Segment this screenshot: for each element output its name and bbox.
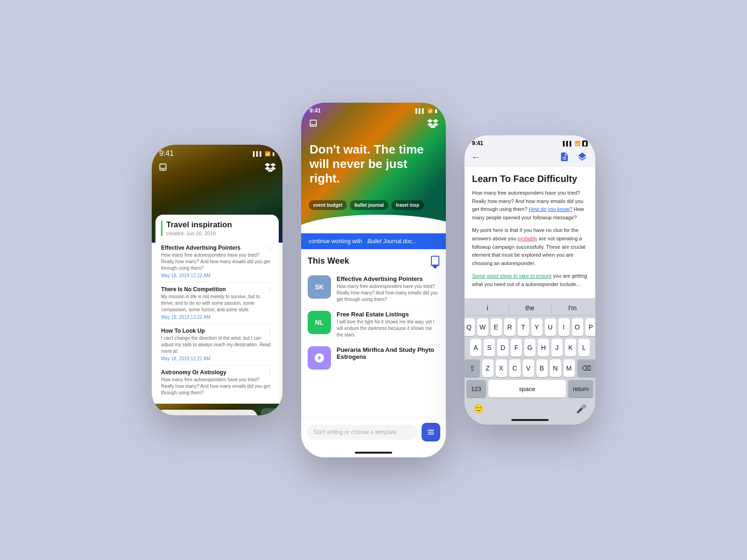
key-o[interactable]: O — [572, 318, 583, 336]
key-s[interactable]: S — [484, 339, 495, 357]
key-e[interactable]: E — [491, 318, 502, 336]
keyboard-row-1: Q W E R T Y U I O P — [466, 318, 593, 336]
phone-1: 9:41 ▌▌▌ 📶 ▮ Travel inspiration created:… — [152, 145, 282, 415]
more-icon[interactable]: ⋮ — [267, 369, 273, 377]
item-content: Pueraria Mirifica And Study Phyto Estrog… — [337, 346, 439, 360]
more-icon[interactable]: ⋮ — [267, 245, 273, 252]
avatar-nl: NL — [308, 311, 331, 334]
signal-icon-3: ▌▌▌ — [563, 141, 573, 146]
key-i[interactable]: I — [558, 318, 570, 336]
list-item[interactable]: Effective Advertising Pointers How many … — [161, 241, 273, 282]
key-l[interactable]: L — [578, 339, 590, 357]
card-subtitle: created: Jun 20, 2019 — [166, 231, 232, 236]
key-n[interactable]: N — [550, 359, 561, 377]
list-item[interactable]: There Is No Competition My mission in li… — [161, 282, 273, 324]
key-b[interactable]: B — [536, 359, 548, 377]
search-input-1[interactable]: Start writing or choose a template — [156, 410, 257, 415]
bookmark-icon[interactable] — [431, 256, 439, 266]
back-button[interactable]: ← — [471, 152, 480, 162]
key-j[interactable]: J — [551, 339, 563, 357]
key-w[interactable]: W — [477, 318, 488, 336]
key-d[interactable]: D — [497, 339, 508, 357]
space-key[interactable]: space — [488, 380, 566, 398]
tab-travel[interactable]: travel insp — [391, 200, 424, 210]
link-probably[interactable]: probably — [518, 236, 537, 241]
link-how-do-you-know[interactable]: How do you know? — [529, 206, 572, 212]
search-input-2[interactable]: Start writing or choose a template — [307, 425, 418, 440]
more-icon[interactable]: ⋮ — [267, 328, 273, 335]
key-k[interactable]: K — [565, 339, 576, 357]
key-x[interactable]: X — [496, 359, 507, 377]
key-m[interactable]: M — [564, 359, 575, 377]
list-item-2[interactable]: NL Free Real Estate Listings I will love… — [308, 307, 439, 343]
item-body: My mission in life is not merely to surv… — [161, 294, 273, 313]
list-item-2[interactable]: Pueraria Mirifica And Study Phyto Estrog… — [308, 343, 439, 373]
emoji-key[interactable]: 🙂 — [471, 401, 486, 416]
item-body: How many free autoresponders have you tr… — [161, 377, 273, 396]
item-body: I can't change the direction of the wind… — [161, 335, 273, 355]
key-u[interactable]: U — [545, 318, 556, 336]
item-content: Free Real Estate Listings I will love th… — [337, 311, 439, 338]
status-icons-3: ▌▌▌ 📶 ▮ — [563, 140, 588, 147]
key-g[interactable]: G — [524, 339, 536, 357]
continue-bar[interactable]: continue working with Bullet Journal.doc… — [301, 233, 446, 249]
key-p[interactable]: P — [585, 318, 596, 336]
status-bar-1: 9:41 ▌▌▌ 📶 ▮ — [152, 145, 282, 160]
number-key[interactable]: 123 — [466, 380, 486, 398]
more-icon[interactable]: ⋮ — [267, 286, 273, 294]
battery-icon-2: ▮ — [435, 108, 437, 113]
key-a[interactable]: A — [470, 339, 481, 357]
list-item[interactable]: How To Look Up I can't change the direct… — [161, 324, 273, 365]
key-f[interactable]: F — [511, 339, 522, 357]
item-title-2: Pueraria Mirifica And Study Phyto Estrog… — [337, 346, 439, 360]
key-y[interactable]: Y — [531, 318, 543, 336]
card-header: Travel inspiration created: Jun 20, 2019 — [161, 220, 273, 236]
phone2-bottom: Start writing or choose a template — [301, 418, 446, 449]
dropbox-icon-1[interactable] — [265, 162, 276, 174]
wifi-icon-2: 📶 — [427, 108, 433, 113]
keyboard-row-3: ⇧ Z X C V B N M ⌫ — [466, 359, 593, 377]
inbox-icon-2[interactable] — [309, 119, 318, 130]
item-content: Effective Advertising Pointers How many … — [337, 275, 439, 303]
section-title: This Week — [308, 256, 349, 266]
document-list: Effective Advertising Pointers How many … — [161, 241, 273, 400]
tab-bullet-journal[interactable]: bullet journal — [350, 200, 388, 210]
category-tabs: event budget bullet journal travel insp — [301, 200, 446, 210]
signal-icon: ▌▌▌ — [253, 151, 263, 156]
suggestion-im[interactable]: I'm — [551, 303, 593, 313]
layers-icon[interactable] — [576, 150, 589, 163]
list-item-2[interactable]: SK Effective Advertising Pointers How ma… — [308, 272, 439, 307]
delete-key[interactable]: ⌫ — [577, 359, 596, 377]
key-v[interactable]: V — [523, 359, 534, 377]
link-good-steps[interactable]: Some good steps to take to ensure — [472, 273, 552, 279]
continue-text: continue working with — [309, 238, 362, 245]
hero-text: Don't wait. The time will never be just … — [301, 133, 446, 186]
wifi-icon: 📶 — [265, 151, 270, 156]
green-accent-bar — [161, 220, 162, 236]
tab-event-budget[interactable]: event budget — [309, 200, 347, 210]
key-r[interactable]: R — [504, 318, 515, 336]
list-item[interactable]: Astronomy Or Astrology How many free aut… — [161, 365, 273, 400]
mic-key[interactable]: 🎤 — [574, 401, 589, 416]
dropbox-icon-2[interactable] — [427, 119, 438, 130]
phone-2: 9:41 ▌▌▌ 📶 ▮ Don't wait. The time will n… — [301, 103, 446, 457]
key-z[interactable]: Z — [482, 359, 493, 377]
phone1-bottom-bar: Start writing or choose a template — [152, 404, 282, 415]
status-bar-3: 9:41 ▌▌▌ 📶 ▮ — [465, 135, 595, 148]
key-t[interactable]: T — [518, 318, 529, 336]
inbox-icon-1[interactable] — [158, 162, 168, 174]
status-time-1: 9:41 — [159, 149, 174, 158]
key-c[interactable]: C — [509, 359, 521, 377]
pages-icon-2[interactable] — [422, 423, 440, 441]
suggestion-the[interactable]: the — [509, 303, 551, 313]
battery-icon: ▮ — [272, 151, 275, 156]
key-q[interactable]: Q — [465, 318, 475, 336]
home-indicator-3 — [511, 419, 549, 421]
shift-key[interactable]: ⇧ — [465, 359, 480, 377]
return-key[interactable]: return — [568, 380, 593, 398]
card-title: Travel inspiration — [166, 220, 232, 230]
document-icon[interactable] — [558, 150, 571, 163]
suggestion-i[interactable]: i — [466, 303, 509, 313]
key-h[interactable]: H — [538, 339, 549, 357]
pages-icon-1[interactable] — [261, 408, 278, 415]
